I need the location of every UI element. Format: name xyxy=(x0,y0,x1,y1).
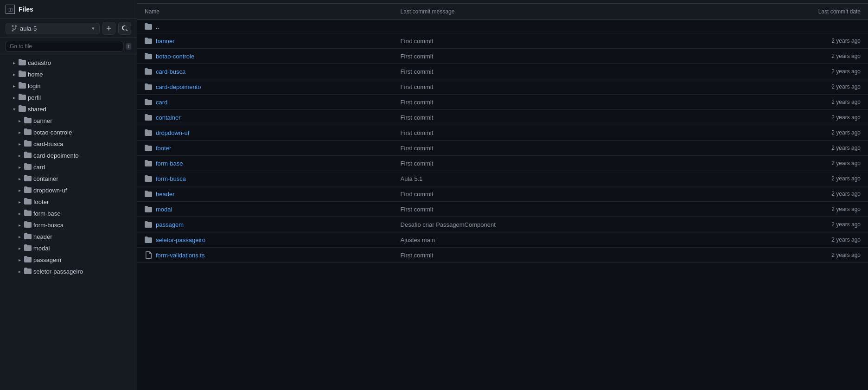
file-name-link-11[interactable]: modal xyxy=(156,206,172,213)
folder-icon xyxy=(24,140,32,148)
sidebar-item-label-login: login xyxy=(28,83,40,90)
table-row: form-base First commit 2 years ago xyxy=(137,156,868,171)
file-name-link-6[interactable]: dropdown-uf xyxy=(156,129,189,136)
sidebar-item-shared-card[interactable]: ▸card xyxy=(0,161,137,173)
commit-link-6[interactable]: First commit xyxy=(401,129,434,136)
sidebar: ◫ Files aula-5 ▾ t ▸cadastro▸home▸login▸… xyxy=(0,0,137,390)
file-name-cell: modal xyxy=(137,202,393,217)
commit-link-13[interactable]: Ajustes main xyxy=(401,237,435,243)
sidebar-item-cadastro[interactable]: ▸cadastro xyxy=(0,57,137,69)
file-name-link-10[interactable]: header xyxy=(156,191,174,198)
folder-icon xyxy=(24,163,32,172)
chevron-right-icon: ▸ xyxy=(17,257,22,263)
chevron-right-icon: ▸ xyxy=(17,118,22,124)
col-header-date: Last commit date xyxy=(759,4,868,20)
sidebar-item-shared-passagem[interactable]: ▸passagem xyxy=(0,254,137,266)
file-name-link-8[interactable]: form-base xyxy=(156,160,183,167)
commit-link-12[interactable]: Desafio criar PassagemComponent xyxy=(401,221,496,228)
file-date-cell: 2 years ago xyxy=(759,202,868,217)
file-name-link-12[interactable]: passagem xyxy=(156,221,184,228)
file-commit-cell: Aula 5.1 xyxy=(393,171,759,186)
file-name-cell: card-busca xyxy=(137,64,393,79)
file-name-cell: form-validations.ts xyxy=(137,248,393,263)
sidebar-item-label-shared-seletor: seletor-passageiro xyxy=(33,268,83,275)
add-file-button[interactable] xyxy=(102,22,115,35)
sidebar-item-shared-botao[interactable]: ▸botao-controle xyxy=(0,127,137,138)
sidebar-item-shared-container[interactable]: ▸container xyxy=(0,173,137,185)
file-date-cell: 2 years ago xyxy=(759,217,868,232)
sidebar-item-label-cadastro: cadastro xyxy=(28,59,51,66)
sidebar-item-shared-modal[interactable]: ▸modal xyxy=(0,243,137,254)
sidebar-item-shared-card-busca[interactable]: ▸card-busca xyxy=(0,138,137,150)
file-commit-cell: First commit xyxy=(393,141,759,156)
commit-link-2[interactable]: First commit xyxy=(401,68,434,75)
file-date-cell: 2 years ago xyxy=(759,248,868,263)
file-name-link-14[interactable]: form-validations.ts xyxy=(156,252,204,259)
sidebar-item-shared-footer[interactable]: ▸footer xyxy=(0,196,137,208)
goto-file-input[interactable] xyxy=(6,41,123,52)
table-row: header First commit 2 years ago xyxy=(137,186,868,202)
sidebar-item-label-shared-modal: modal xyxy=(33,245,50,252)
top-bar xyxy=(137,0,868,4)
branch-selector-button[interactable]: aula-5 ▾ xyxy=(6,23,100,34)
file-name-link-0[interactable]: banner xyxy=(156,38,174,45)
commit-link-10[interactable]: First commit xyxy=(401,191,434,198)
file-name-link-13[interactable]: seletor-passageiro xyxy=(156,237,205,243)
file-name-link-2[interactable]: card-busca xyxy=(156,68,185,75)
file-name-link-9[interactable]: form-busca xyxy=(156,175,186,182)
table-row: passagem Desafio criar PassagemComponent… xyxy=(137,217,868,232)
folder-icon xyxy=(145,52,152,60)
commit-link-11[interactable]: First commit xyxy=(401,206,434,213)
sidebar-item-label-shared-footer: footer xyxy=(33,198,49,205)
folder-icon xyxy=(145,37,152,45)
file-name-link-4[interactable]: card xyxy=(156,99,167,106)
sidebar-item-shared-header[interactable]: ▸header xyxy=(0,231,137,243)
file-date-cell: 2 years ago xyxy=(759,64,868,79)
sidebar-item-shared-banner[interactable]: ▸banner xyxy=(0,115,137,127)
folder-icon xyxy=(24,151,32,160)
sidebar-item-perfil[interactable]: ▸perfil xyxy=(0,92,137,103)
sidebar-item-login[interactable]: ▸login xyxy=(0,80,137,92)
file-name-link-3[interactable]: card-depoimento xyxy=(156,83,201,90)
parent-link[interactable]: .. xyxy=(156,23,159,30)
chevron-right-icon: ▸ xyxy=(17,165,22,170)
chevron-right-icon: ▸ xyxy=(17,211,22,217)
file-date-cell: 2 years ago xyxy=(759,141,868,156)
parent-name-cell: .. xyxy=(137,20,393,33)
commit-link-14[interactable]: First commit xyxy=(401,252,434,259)
file-name-cell: passagem xyxy=(137,217,393,232)
chevron-right-icon: ▸ xyxy=(17,246,22,251)
table-row: seletor-passageiro Ajustes main 2 years … xyxy=(137,232,868,248)
file-name-cell: form-base xyxy=(137,156,393,171)
file-name-link-1[interactable]: botao-controle xyxy=(156,53,194,60)
search-button[interactable] xyxy=(118,22,131,35)
folder-icon xyxy=(19,70,26,79)
file-table-container: Name Last commit message Last commit dat… xyxy=(137,4,868,390)
commit-link-3[interactable]: First commit xyxy=(401,83,434,90)
file-date-cell: 2 years ago xyxy=(759,186,868,202)
commit-link-4[interactable]: First commit xyxy=(401,99,434,106)
sidebar-item-shared-dropdown[interactable]: ▸dropdown-uf xyxy=(0,185,137,196)
sidebar-item-shared-seletor[interactable]: ▸seletor-passageiro xyxy=(0,266,137,277)
commit-link-1[interactable]: First commit xyxy=(401,53,434,60)
table-row: container First commit 2 years ago xyxy=(137,110,868,125)
commit-link-5[interactable]: First commit xyxy=(401,114,434,121)
sidebar-title: Files xyxy=(19,6,33,13)
file-name-link-5[interactable]: container xyxy=(156,114,180,121)
commit-link-7[interactable]: First commit xyxy=(401,145,434,152)
file-name-cell: card xyxy=(137,95,393,110)
file-date-cell: 2 years ago xyxy=(759,79,868,95)
commit-link-8[interactable]: First commit xyxy=(401,160,434,167)
commit-link-9[interactable]: Aula 5.1 xyxy=(401,175,423,182)
sidebar-item-shared[interactable]: ▾shared xyxy=(0,103,137,115)
sidebar-item-shared-card-dep[interactable]: ▸card-depoimento xyxy=(0,150,137,161)
folder-icon xyxy=(145,98,152,106)
sidebar-item-shared-form-busca[interactable]: ▸form-busca xyxy=(0,219,137,231)
file-date-cell: 2 years ago xyxy=(759,171,868,186)
parent-commit-cell xyxy=(393,20,759,33)
table-row: form-busca Aula 5.1 2 years ago xyxy=(137,171,868,186)
sidebar-item-home[interactable]: ▸home xyxy=(0,69,137,80)
sidebar-item-shared-form-base[interactable]: ▸form-base xyxy=(0,208,137,219)
commit-link-0[interactable]: First commit xyxy=(401,38,434,45)
file-name-link-7[interactable]: footer xyxy=(156,145,171,152)
